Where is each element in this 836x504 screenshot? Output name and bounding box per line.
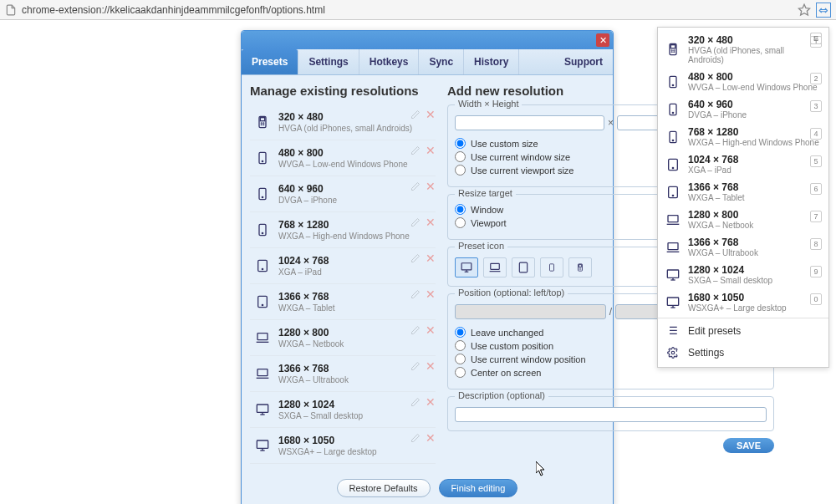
delete-icon[interactable]: ✕ bbox=[426, 433, 436, 443]
svg-marker-0 bbox=[798, 4, 809, 15]
device-icon bbox=[665, 39, 681, 59]
delete-icon[interactable]: ✕ bbox=[426, 253, 436, 263]
svg-rect-2 bbox=[260, 118, 264, 121]
icon-pick-phone-old[interactable] bbox=[568, 257, 592, 277]
pencil-icon[interactable] bbox=[410, 181, 421, 191]
tab-settings[interactable]: Settings bbox=[298, 49, 359, 74]
svg-point-47 bbox=[674, 52, 675, 53]
resolution-item[interactable]: 1680 × 1050WSXGA+ – Large desktop✕ bbox=[250, 428, 436, 464]
delete-icon[interactable]: ✕ bbox=[426, 397, 436, 407]
delete-icon[interactable]: ✕ bbox=[426, 289, 436, 299]
resolution-item[interactable]: 1280 × 800WXGA – Netbook✕ bbox=[250, 320, 436, 356]
bookmark-star-icon[interactable] bbox=[798, 3, 811, 17]
resolution-item[interactable]: 1024 × 768XGA – iPad✕ bbox=[250, 248, 436, 284]
resolution-desc: WXGA – Tablet bbox=[278, 303, 335, 313]
resolution-item[interactable]: 1366 × 768WXGA – Ultrabook✕ bbox=[250, 356, 436, 392]
delete-icon[interactable]: ✕ bbox=[426, 145, 436, 155]
list-icon: ☰ bbox=[665, 325, 681, 337]
pencil-icon[interactable] bbox=[410, 433, 421, 443]
delete-icon[interactable]: ✕ bbox=[426, 325, 436, 335]
resolution-desc: WXGA – High-end Windows Phone bbox=[278, 232, 410, 241]
device-icon bbox=[253, 433, 272, 458]
icon-pick-laptop[interactable] bbox=[483, 257, 507, 277]
svg-point-8 bbox=[262, 160, 263, 161]
hotkey-badge: 7 bbox=[810, 211, 822, 222]
svg-point-49 bbox=[672, 84, 673, 85]
icon-pick-monitor[interactable] bbox=[455, 257, 478, 277]
restore-defaults-button[interactable]: Restore Defaults bbox=[337, 479, 431, 497]
device-icon bbox=[253, 325, 272, 350]
close-icon[interactable] bbox=[596, 33, 609, 47]
popup-resolution-item[interactable]: 1366 × 768WXGA – Ultrabook8 bbox=[658, 233, 828, 261]
popup-settings[interactable]: Settings S bbox=[658, 342, 828, 364]
svg-rect-30 bbox=[491, 263, 500, 269]
popup-resolution-item[interactable]: 768 × 1280WXGA – High-end Windows Phone4 bbox=[658, 123, 828, 150]
svg-point-57 bbox=[672, 195, 673, 196]
tab-bar: Presets Settings Hotkeys Sync History Su… bbox=[242, 49, 613, 75]
popup-desc: WXGA – Netbook bbox=[688, 221, 753, 230]
hotkey-badge: S bbox=[810, 33, 822, 44]
popup-dim: 1280 × 800 bbox=[688, 209, 753, 221]
popup-resolution-item[interactable]: 640 × 960DVGA – iPhone3 bbox=[658, 95, 828, 123]
pencil-icon[interactable] bbox=[410, 289, 421, 299]
popup-resolution-item[interactable]: 1280 × 800WXGA – Netbook7 bbox=[658, 206, 828, 233]
description-label: Description (optional) bbox=[455, 390, 548, 400]
pencil-icon[interactable] bbox=[410, 361, 421, 371]
popup-resolution-item[interactable]: 1024 × 768XGA – iPad5 bbox=[658, 150, 828, 178]
tab-hotkeys[interactable]: Hotkeys bbox=[359, 49, 420, 74]
resolution-item[interactable]: 1280 × 1024SXGA – Small desktop✕ bbox=[250, 392, 436, 428]
svg-rect-34 bbox=[550, 264, 554, 271]
resolution-desc: WVGA – Low-end Windows Phone bbox=[278, 160, 408, 169]
resolution-item[interactable]: 480 × 800WVGA – Low-end Windows Phone✕ bbox=[250, 140, 436, 176]
resolution-item[interactable]: 1366 × 768WXGA – Tablet✕ bbox=[250, 284, 436, 320]
popup-desc: HVGA (old iPhones, small Androids) bbox=[688, 46, 822, 64]
tab-sync[interactable]: Sync bbox=[419, 49, 464, 74]
delete-icon[interactable]: ✕ bbox=[426, 181, 436, 191]
pencil-icon[interactable] bbox=[410, 397, 421, 407]
tab-presets[interactable]: Presets bbox=[242, 49, 298, 74]
pos-center-radio[interactable]: Center on screen bbox=[455, 367, 767, 378]
preset-icon-label: Preset icon bbox=[455, 241, 507, 251]
svg-rect-27 bbox=[461, 263, 472, 270]
resolution-item[interactable]: 640 × 960DVGA – iPhone✕ bbox=[250, 176, 436, 212]
popup-resolution-item[interactable]: 1680 × 1050WSXGA+ – Large desktop0 bbox=[658, 288, 828, 316]
device-icon bbox=[253, 253, 272, 278]
resolution-desc: SXGA – Small desktop bbox=[278, 411, 363, 420]
popup-resolution-item[interactable]: 1366 × 768WXGA – Tablet6 bbox=[658, 178, 828, 206]
svg-rect-65 bbox=[667, 298, 678, 305]
popup-resolution-item[interactable]: 320 × 480HVGA (old iPhones, small Androi… bbox=[658, 31, 828, 68]
finish-editing-button[interactable]: Finish editing bbox=[439, 479, 518, 497]
device-icon bbox=[253, 289, 272, 314]
icon-pick-phone[interactable] bbox=[540, 257, 563, 277]
popup-resolution-item[interactable]: 1280 × 1024SXGA – Small desktop9 bbox=[658, 261, 828, 288]
popup-resolution-item[interactable]: 480 × 800WVGA – Low-end Windows Phone2 bbox=[658, 68, 828, 95]
device-icon bbox=[665, 127, 681, 147]
pencil-icon[interactable] bbox=[410, 325, 421, 335]
device-icon bbox=[253, 217, 272, 242]
device-icon bbox=[665, 99, 681, 120]
extension-icon[interactable]: ⇔ bbox=[816, 3, 831, 18]
svg-rect-19 bbox=[257, 369, 268, 376]
pencil-icon[interactable] bbox=[410, 145, 421, 155]
resolution-desc: DVGA – iPhone bbox=[278, 196, 337, 205]
pencil-icon[interactable] bbox=[410, 217, 421, 227]
url-text[interactable]: chrome-extension://kkelicaakdanhinjdeamm… bbox=[22, 4, 798, 16]
gear-icon bbox=[665, 347, 681, 359]
pencil-icon[interactable] bbox=[410, 253, 421, 263]
page-icon bbox=[5, 4, 17, 16]
resolution-item[interactable]: 768 × 1280WXGA – High-end Windows Phone✕ bbox=[250, 212, 436, 248]
delete-icon[interactable]: ✕ bbox=[426, 361, 436, 371]
pencil-icon[interactable] bbox=[410, 109, 421, 120]
tab-history[interactable]: History bbox=[464, 49, 519, 74]
width-input[interactable] bbox=[455, 115, 604, 130]
popup-edit-presets[interactable]: ☰ Edit presets E bbox=[658, 320, 828, 342]
hotkey-badge: 0 bbox=[810, 293, 822, 305]
delete-icon[interactable]: ✕ bbox=[426, 217, 436, 227]
resize-target-label: Resize target bbox=[455, 188, 516, 198]
tab-support[interactable]: Support bbox=[554, 49, 613, 74]
description-input[interactable] bbox=[455, 407, 767, 422]
icon-pick-tablet[interactable] bbox=[512, 257, 535, 277]
resolution-item[interactable]: 320 × 480HVGA (old iPhones, small Androi… bbox=[250, 104, 436, 140]
delete-icon[interactable]: ✕ bbox=[426, 109, 436, 120]
save-button[interactable]: SAVE bbox=[723, 438, 774, 453]
